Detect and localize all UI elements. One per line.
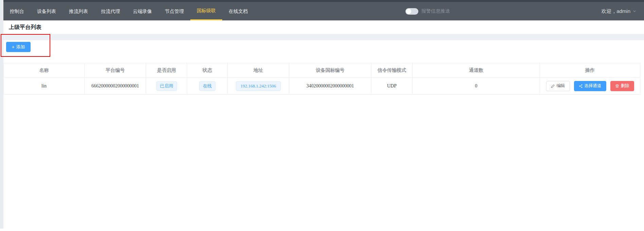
edit-button[interactable]: 编辑 xyxy=(546,81,570,91)
nav-tab-cloud-record[interactable]: 云端录像 xyxy=(126,2,158,20)
platform-table: 名称 平台编号 是否启用 状态 地址 设备国标编号 信令传输模式 通道数 操作 … xyxy=(3,63,640,95)
add-button-label: 添加 xyxy=(16,44,25,50)
delete-button-label: 删除 xyxy=(621,83,629,89)
cell-status: 在线 xyxy=(187,78,228,95)
col-header-enabled: 是否启用 xyxy=(146,63,187,78)
nav-tabs: 控制台 设备列表 推流列表 拉流代理 云端录像 节点管理 国标级联 在线文档 xyxy=(3,2,254,20)
table-row: lin 66620000002000000001 已启用 在线 192.168.… xyxy=(4,78,640,95)
share-icon xyxy=(579,84,583,88)
col-header-transport-mode: 信令传输模式 xyxy=(371,63,413,78)
page: 控制台 设备列表 推流列表 拉流代理 云端录像 节点管理 国标级联 在线文档 报… xyxy=(0,0,644,231)
alarm-push-label: 报警信息推送 xyxy=(421,8,450,14)
delete-button[interactable]: 删除 xyxy=(610,81,634,91)
title-bar: 上级平台列表 xyxy=(3,20,644,34)
pencil-icon xyxy=(551,84,555,88)
edit-button-label: 编辑 xyxy=(557,83,565,89)
nav-tab-online-docs[interactable]: 在线文档 xyxy=(222,2,254,20)
address-tag: 192.168.1.242:1506 xyxy=(236,81,281,91)
cell-enabled: 已启用 xyxy=(146,78,187,95)
welcome-text: 欢迎，admin xyxy=(601,8,630,15)
cell-name: lin xyxy=(4,78,85,95)
col-header-name: 名称 xyxy=(4,63,85,78)
col-header-device-gb-id: 设备国标编号 xyxy=(289,63,371,78)
cell-device-gb-id: 34020000002000000001 xyxy=(289,78,371,95)
row-actions: 编辑 选择通道 删除 xyxy=(540,81,640,91)
col-header-operations: 操作 xyxy=(540,63,640,78)
cell-operations: 编辑 选择通道 删除 xyxy=(540,78,640,95)
col-header-channel-count: 通道数 xyxy=(413,63,540,78)
col-header-address: 地址 xyxy=(228,63,289,78)
table-header-row: 名称 平台编号 是否启用 状态 地址 设备国标编号 信令传输模式 通道数 操作 xyxy=(4,63,640,78)
select-channel-button[interactable]: 选择通道 xyxy=(574,81,606,91)
nav-tab-pull-proxy[interactable]: 拉流代理 xyxy=(94,2,126,20)
nav-tab-gb-cascade[interactable]: 国标级联 xyxy=(190,2,222,20)
status-tag: 在线 xyxy=(199,81,215,91)
user-menu[interactable]: 欢迎，admin xyxy=(601,2,637,20)
toggle-knob-icon xyxy=(406,9,411,14)
enabled-tag: 已启用 xyxy=(156,81,177,91)
nav-tab-node-manage[interactable]: 节点管理 xyxy=(158,2,190,20)
alarm-push-group: 报警信息推送 xyxy=(405,2,450,20)
left-gutter xyxy=(0,0,3,229)
alarm-push-toggle[interactable] xyxy=(405,8,418,15)
chevron-down-icon xyxy=(632,9,637,13)
col-header-status: 状态 xyxy=(187,63,228,78)
cell-transport-mode: UDP xyxy=(371,78,413,95)
nav-tab-device-list[interactable]: 设备列表 xyxy=(31,2,63,20)
col-header-platform-id: 平台编号 xyxy=(85,63,146,78)
select-channel-label: 选择通道 xyxy=(585,83,602,89)
plus-icon: + xyxy=(12,45,14,49)
nav-tab-push-list[interactable]: 推流列表 xyxy=(63,2,94,20)
top-navbar: 控制台 设备列表 推流列表 拉流代理 云端录像 节点管理 国标级联 在线文档 报… xyxy=(3,2,644,20)
section-divider-band xyxy=(3,34,644,40)
page-title: 上级平台列表 xyxy=(3,20,644,34)
add-button[interactable]: + 添加 xyxy=(6,42,31,52)
cell-platform-id: 66620000002000000001 xyxy=(85,78,146,95)
nav-tab-console[interactable]: 控制台 xyxy=(3,2,31,20)
cell-address: 192.168.1.242:1506 xyxy=(228,78,289,95)
trash-icon xyxy=(615,84,619,88)
cell-channel-count: 0 xyxy=(413,78,540,95)
